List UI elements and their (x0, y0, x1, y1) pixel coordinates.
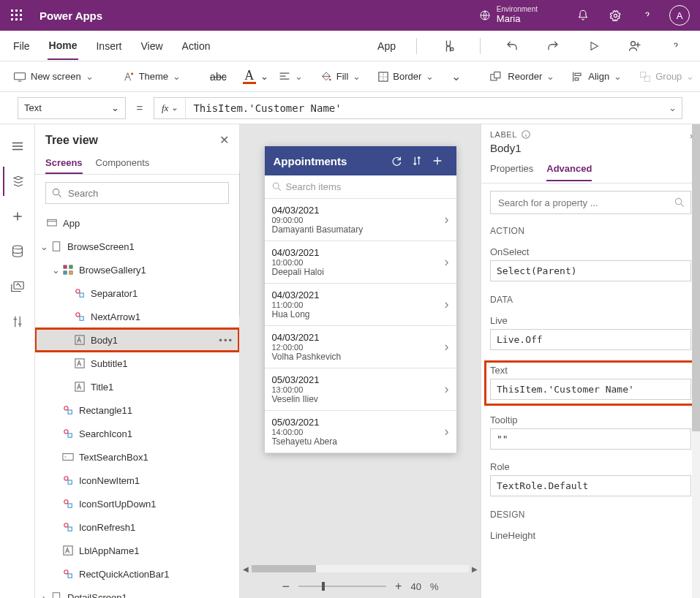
strikethrough-button[interactable]: abc (203, 68, 234, 86)
menu-view[interactable]: View (139, 33, 164, 59)
field-text[interactable]: ThisItem.'Customer Name' (490, 379, 691, 400)
border-button[interactable]: Border⌄ (371, 68, 441, 85)
expand-panel-icon[interactable]: › (690, 130, 693, 141)
list-item[interactable]: 04/03/202111:00:00Hua Long› (265, 284, 456, 326)
tree-search-input[interactable] (67, 187, 222, 200)
tree-node-iconsort[interactable]: IconSortUpDown1 (35, 492, 239, 515)
field-role[interactable]: TextRole.Default (490, 475, 691, 496)
field-tooltip[interactable]: "" (490, 428, 691, 450)
info-icon[interactable] (522, 130, 530, 139)
data-icon[interactable] (3, 237, 32, 266)
tree-node-subtitle[interactable]: Subtitle1 (35, 352, 239, 375)
tree-node-separator[interactable]: Separator1 (35, 281, 239, 305)
svg-rect-21 (575, 77, 579, 80)
align-button[interactable]: Align⌄ (565, 68, 629, 86)
tree-node-title[interactable]: Title1 (35, 375, 239, 398)
svg-rect-41 (68, 410, 72, 414)
menu-file[interactable]: File (12, 33, 31, 59)
refresh-icon[interactable] (386, 151, 407, 171)
tree-node-iconnew[interactable]: IconNewItem1 (35, 469, 239, 492)
advanced-tools-icon[interactable] (3, 307, 32, 336)
tree-search[interactable] (45, 182, 229, 204)
tree-view-icon[interactable] (3, 167, 32, 196)
zoom-out-button[interactable]: − (282, 579, 290, 594)
undo-icon[interactable] (500, 34, 524, 58)
help-icon[interactable] (633, 1, 662, 30)
app-checker-icon[interactable] (436, 34, 461, 58)
property-selector[interactable]: Text⌄ (18, 97, 126, 119)
tab-properties[interactable]: Properties (490, 160, 533, 181)
help-icon-2[interactable] (663, 34, 688, 58)
tree-node-iconrefresh[interactable]: IconRefresh1 (35, 515, 239, 539)
sort-icon[interactable] (407, 151, 427, 171)
property-search-input[interactable] (497, 197, 674, 209)
tree-node-detailscreen[interactable]: › DetailScreen1 (35, 586, 239, 598)
zoom-slider[interactable] (298, 586, 386, 587)
canvas-hscroll[interactable]: ◀ ▶ (240, 563, 481, 575)
menu-home[interactable]: Home (48, 32, 79, 60)
group-button: Group⌄ (632, 68, 700, 86)
field-live[interactable]: Live.Off (490, 329, 691, 350)
field-onselect[interactable]: Select(Parent) (490, 260, 691, 281)
tab-screens[interactable]: Screens (45, 153, 83, 174)
font-color-button[interactable]: A (237, 67, 262, 86)
tree-node-textsearch[interactable]: TextSearchBox1 (35, 445, 239, 469)
tab-components[interactable]: Components (96, 153, 150, 174)
fx-label[interactable]: fx⌄ (154, 98, 186, 118)
chevron-down-icon[interactable]: ⌄ (38, 241, 50, 252)
formula-expand-icon[interactable]: ⌄ (663, 102, 682, 113)
chevron-down-icon[interactable]: ⌄ (50, 265, 61, 276)
zoom-in-button[interactable]: + (395, 580, 402, 593)
more-icon[interactable]: ••• (219, 335, 233, 346)
waffle-icon[interactable] (4, 3, 29, 28)
tree-node-searchicon[interactable]: SearchIcon1 (35, 422, 239, 445)
chevron-right-icon[interactable]: › (38, 592, 50, 599)
list-item[interactable]: 04/03/202110:00:00Deepali Haloi› (265, 241, 456, 284)
tree-node-browsegallery[interactable]: ⌄ BrowseGallery1 (35, 258, 239, 281)
environment-picker[interactable]: Environment Maria (479, 6, 538, 26)
label-icon (73, 382, 86, 392)
list-item[interactable]: 04/03/202112:00:00Volha Pashkevich› (265, 326, 456, 368)
list-item[interactable]: 05/03/202113:00:00Veselin Iliev› (265, 368, 456, 411)
app-search[interactable]: Search items (265, 175, 456, 199)
formula-value[interactable]: ThisItem.'Customer Name' (186, 102, 663, 114)
svg-rect-2 (20, 10, 22, 12)
reorder-button[interactable]: Reorder⌄ (483, 68, 562, 86)
theme-button[interactable]: Theme⌄ (116, 68, 188, 86)
tree-node-nextarrow[interactable]: NextArrow1 (35, 305, 239, 328)
avatar[interactable]: A (669, 5, 690, 26)
share-icon[interactable] (622, 34, 647, 58)
formula-input-box[interactable]: fx⌄ ThisItem.'Customer Name' ⌄ (154, 97, 682, 119)
settings-icon[interactable] (601, 1, 630, 30)
property-search[interactable] (490, 191, 691, 214)
insert-icon[interactable] (3, 202, 32, 231)
tree-node-app[interactable]: App (35, 211, 239, 235)
menu-app[interactable]: App (376, 33, 397, 59)
panel-scrollbar[interactable] (692, 124, 700, 598)
close-tree-icon[interactable]: ✕ (219, 133, 229, 147)
tree-node-lblapp[interactable]: LblAppName1 (35, 539, 239, 562)
menu-action[interactable]: Action (181, 33, 212, 59)
tab-advanced[interactable]: Advanced (546, 160, 592, 181)
tree-node-rectquick[interactable]: RectQuickActionBar1 (35, 562, 239, 586)
expand-ribbon-button[interactable]: ⌄ (444, 67, 468, 86)
menu-insert[interactable]: Insert (94, 33, 123, 59)
tree-node-body1[interactable]: Body1 ••• (35, 328, 239, 352)
align-menu-button[interactable]: ⌄ (271, 68, 310, 85)
fill-button[interactable]: Fill⌄ (313, 68, 369, 86)
group-design: DESIGN (490, 510, 691, 520)
redo-icon[interactable] (541, 34, 565, 58)
tree-node-browsescreen[interactable]: ⌄ BrowseScreen1 (35, 235, 239, 258)
add-icon[interactable] (427, 151, 448, 171)
hamburger-icon[interactable] (3, 132, 32, 161)
app-header: Appointments (265, 146, 456, 175)
svg-rect-54 (53, 593, 59, 598)
play-icon[interactable] (582, 34, 606, 58)
tree-node-rectangle[interactable]: Rectangle11 (35, 398, 239, 422)
list-item[interactable]: 04/03/202109:00:00Damayanti Basumatary› (265, 199, 456, 241)
notifications-icon[interactable] (568, 1, 598, 30)
list-item[interactable]: 05/03/202114:00:00Tsehayetu Abera› (265, 411, 456, 453)
textinput-icon (61, 453, 75, 461)
media-icon[interactable] (3, 272, 32, 301)
new-screen-button[interactable]: New screen⌄ (6, 68, 101, 85)
